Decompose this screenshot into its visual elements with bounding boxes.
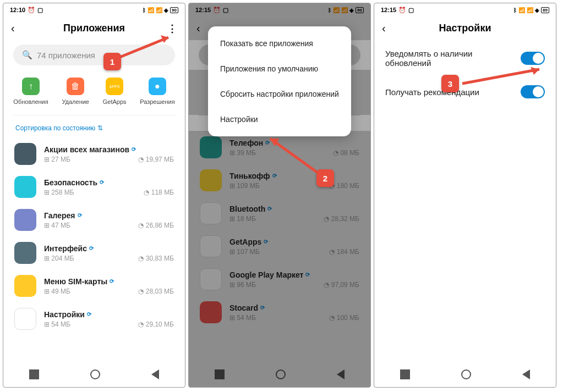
back-button[interactable]: ‹ xyxy=(382,22,395,35)
sort-icon: ⇅ xyxy=(97,124,103,132)
status-bar: 12:10 ⏰ ▢ ᛒ 📶 📶 ◈ 90 xyxy=(3,3,185,16)
clock: 12:15 xyxy=(381,7,396,13)
app-icon xyxy=(14,275,36,297)
action-label: Удаление xyxy=(62,98,89,105)
bluetooth-icon: ᛒ xyxy=(143,7,146,13)
app-storage: ◔ 28,03 МБ xyxy=(138,288,174,295)
action-row: ↑Обновления🗑УдалениеAPPSGetApps●Разрешен… xyxy=(3,70,185,115)
nav-back-button[interactable] xyxy=(151,369,159,379)
signal-icon: 📶 xyxy=(156,7,162,13)
app-name: Настройки ⟳ xyxy=(44,310,174,319)
app-row[interactable]: Интерфейс ⟳ ⊞ 204 МБ ◔ 30,83 МБ xyxy=(8,236,181,269)
app-memory: ⊞ 47 МБ xyxy=(44,222,70,229)
app-memory: ⊞ 49 МБ xyxy=(44,288,70,295)
app-row[interactable]: Безопасность ⟳ ⊞ 258 МБ ◔ 118 МБ xyxy=(8,170,181,203)
loading-icon: ⟳ xyxy=(110,278,114,284)
action-item[interactable]: ↑Обновления xyxy=(13,78,48,105)
nav-home-button[interactable] xyxy=(461,369,471,379)
svg-line-4 xyxy=(462,69,539,84)
nav-recent-button[interactable] xyxy=(400,369,410,379)
battery-indicator: 89 xyxy=(541,7,549,13)
app-name: Меню SIM-карты ⟳ xyxy=(44,277,174,286)
wifi-icon: ◈ xyxy=(164,7,168,13)
signal-icon: 📶 xyxy=(147,7,154,13)
annotation-badge: 2 xyxy=(316,169,334,187)
nav-home-button[interactable] xyxy=(90,369,100,379)
app-icon xyxy=(14,242,36,264)
status-bar: 12:15 ⏰ ▢ ᛒ 📶 📶 ◈ 89 xyxy=(374,3,556,16)
battery-indicator: 90 xyxy=(170,7,178,13)
nav-back-button[interactable] xyxy=(522,369,530,379)
loading-icon: ⟳ xyxy=(132,146,136,152)
nav-bar xyxy=(3,362,185,387)
app-list: Акции всех магазинов ⟳ ⊞ 27 МБ ◔ 19,97 М… xyxy=(3,137,185,362)
menu-item[interactable]: Настройки xyxy=(208,107,351,132)
app-icon xyxy=(14,176,36,198)
phone-screen-1: 12:10 ⏰ ▢ ᛒ 📶 📶 ◈ 90 ‹ Приложения ⋮ 🔍 74… xyxy=(3,3,185,388)
action-item[interactable]: APPSGetApps xyxy=(103,78,127,105)
menu-item[interactable]: Показать все приложения xyxy=(208,31,351,56)
loading-icon: ⟳ xyxy=(87,311,91,317)
menu-item[interactable]: Сбросить настройки приложений xyxy=(208,81,351,107)
app-icon xyxy=(14,308,36,330)
sort-dropdown[interactable]: Сортировка по состоянию ⇅ xyxy=(3,115,185,137)
app-row[interactable]: Меню SIM-карты ⟳ ⊞ 49 МБ ◔ 28,03 МБ xyxy=(8,269,181,302)
annotation-arrow xyxy=(457,63,550,90)
action-label: Разрешения xyxy=(140,98,174,105)
annotation-badge: 1 xyxy=(103,53,121,70)
app-name: Акции всех магазинов ⟳ xyxy=(44,145,174,154)
clock: 12:10 xyxy=(10,7,25,13)
app-name: Интерфейс ⟳ xyxy=(44,244,174,253)
action-item[interactable]: 🗑Удаление xyxy=(62,78,89,105)
app-row[interactable]: Настройки ⟳ ⊞ 54 МБ ◔ 29,10 МБ xyxy=(8,302,181,335)
action-item[interactable]: ●Разрешения xyxy=(140,78,174,105)
nav-bar xyxy=(374,362,556,387)
wifi-icon: ◈ xyxy=(535,7,539,13)
bluetooth-icon: ᛒ xyxy=(513,7,517,13)
app-name: Безопасность ⟳ xyxy=(44,178,174,187)
action-label: GetApps xyxy=(103,98,127,105)
loading-icon: ⟳ xyxy=(100,179,104,185)
device-icon: ▢ xyxy=(37,7,43,14)
app-storage: ◔ 29,10 МБ xyxy=(138,321,174,328)
loading-icon: ⟳ xyxy=(89,245,94,251)
app-memory: ⊞ 258 МБ xyxy=(44,189,74,196)
app-icon xyxy=(14,209,36,231)
menu-item[interactable]: Приложения по умолчанию xyxy=(208,56,351,81)
device-icon: ▢ xyxy=(408,7,414,14)
app-storage: ◔ 118 МБ xyxy=(144,189,174,196)
phone-screen-2: 12:15 ⏰ ▢ ᛒ 📶 📶 ◈ 90 ‹ 🔍 74 пр ↑ Обновле… xyxy=(188,3,371,388)
action-icon: APPS xyxy=(106,78,123,95)
search-icon: 🔍 xyxy=(22,50,32,60)
alarm-icon: ⏰ xyxy=(398,7,406,14)
search-placeholder: 74 приложения xyxy=(37,51,95,60)
action-icon: ↑ xyxy=(22,78,40,95)
nav-recent-button[interactable] xyxy=(29,369,39,379)
app-storage: ◔ 26,86 МБ xyxy=(138,222,174,229)
action-label: Обновления xyxy=(13,98,48,105)
page-header: ‹ Настройки xyxy=(374,16,556,40)
app-row[interactable]: Галерея ⟳ ⊞ 47 МБ ◔ 26,86 МБ xyxy=(8,203,181,236)
context-menu: Показать все приложенияПриложения по умо… xyxy=(208,26,351,136)
signal-icon: 📶 xyxy=(527,7,533,13)
back-button[interactable]: ‹ xyxy=(11,22,24,35)
app-storage: ◔ 19,97 МБ xyxy=(138,156,174,163)
app-memory: ⊞ 27 МБ xyxy=(44,156,70,163)
phone-screen-3: 12:15 ⏰ ▢ ᛒ 📶 📶 ◈ 89 ‹ Настройки Уведомл… xyxy=(374,3,556,388)
action-icon: ● xyxy=(149,78,166,95)
alarm-icon: ⏰ xyxy=(28,7,35,14)
app-memory: ⊞ 204 МБ xyxy=(44,255,74,262)
app-memory: ⊞ 54 МБ xyxy=(44,321,70,328)
app-icon xyxy=(14,143,36,165)
signal-icon: 📶 xyxy=(518,7,525,13)
app-storage: ◔ 30,83 МБ xyxy=(138,255,174,262)
action-icon: 🗑 xyxy=(67,78,84,95)
page-title: Настройки xyxy=(395,23,535,34)
annotation-badge: 3 xyxy=(441,75,459,92)
app-row[interactable]: Акции всех магазинов ⟳ ⊞ 27 МБ ◔ 19,97 М… xyxy=(8,137,181,170)
app-name: Галерея ⟳ xyxy=(44,211,174,220)
loading-icon: ⟳ xyxy=(78,212,82,218)
